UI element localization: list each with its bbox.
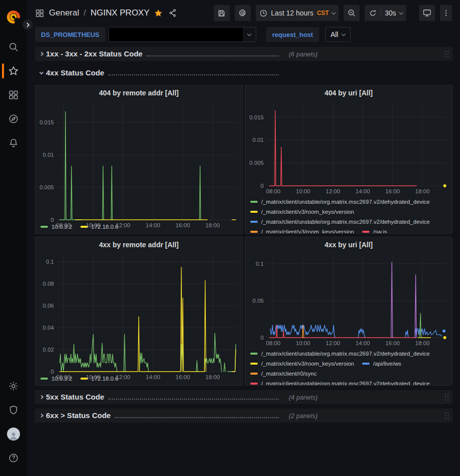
svg-text:10:00: 10:00 [296, 340, 310, 346]
alerting-bell-icon [8, 137, 19, 148]
panel-title[interactable]: 4xx by remote addr [All] [35, 237, 242, 252]
legend-item[interactable]: /_matrix/client/v3/room_keys/version [250, 227, 354, 234]
variable-request-host-select[interactable]: All [325, 27, 351, 42]
dashboard-title[interactable]: NGINX PROXY [90, 8, 149, 18]
svg-text:12:00: 12:00 [116, 374, 130, 380]
share-icon[interactable] [168, 8, 177, 17]
variable-ds-prometheus-label[interactable]: DS_PROMETHEUS [35, 27, 105, 42]
svg-text:16:00: 16:00 [386, 188, 400, 194]
svg-text:0.05: 0.05 [253, 298, 264, 304]
svg-text:0: 0 [51, 369, 54, 375]
svg-text:18:00: 18:00 [415, 188, 430, 194]
row-title: 6xx > Status Code [46, 411, 111, 420]
admin-shield-icon [8, 405, 19, 416]
refresh-button[interactable] [365, 5, 381, 21]
svg-text:0.01: 0.01 [253, 137, 264, 143]
favorite-star-icon[interactable] [154, 8, 163, 17]
sidebar-item-alerting[interactable] [0, 132, 27, 154]
legend-item[interactable]: /_matrix/client/v3/room_keys/version [250, 359, 354, 368]
legend-swatch [250, 373, 258, 375]
dashboards-grid-icon [8, 89, 19, 100]
timeseries-chart[interactable]: 08:0010:0012:0014:0016:0018:0000.0050.01… [35, 100, 242, 221]
legend-label: /_matrix/client/unstable/org.matrix.msc2… [261, 199, 430, 205]
svg-text:08:00: 08:00 [266, 340, 281, 346]
sidebar-item-configuration[interactable] [0, 375, 27, 397]
top-navigation: General / NGINX PROXY Last 12 hours [27, 0, 460, 26]
legend-item[interactable]: /api/live/ws [362, 359, 401, 368]
svg-text:08:00: 08:00 [266, 188, 281, 194]
breadcrumb: General / NGINX PROXY [35, 8, 177, 18]
legend-item[interactable]: /_matrix/client/unstable/org.matrix.msc2… [250, 217, 430, 226]
variable-request-host-label[interactable]: request_host [266, 27, 319, 42]
search-icon [8, 41, 19, 52]
save-icon [217, 9, 226, 17]
row-drag-handle[interactable] [444, 50, 450, 58]
row-title: 4xx Status Code [46, 68, 104, 77]
dotted-leader [108, 399, 279, 400]
sidebar-item-dashboards[interactable] [0, 84, 27, 106]
svg-text:08:00: 08:00 [56, 374, 71, 380]
sidebar-item-profile[interactable] [0, 423, 27, 445]
sidebar-item-help[interactable] [0, 447, 27, 469]
timeseries-chart[interactable]: 08:0010:0012:0014:0016:0018:0000.0050.01… [245, 100, 452, 196]
sidebar-item-server-admin[interactable] [0, 399, 27, 421]
row-drag-handle[interactable] [444, 393, 450, 401]
timeseries-chart[interactable]: 08:0010:0012:0014:0016:0018:0000.050.1 [245, 252, 452, 348]
legend-label: /_matrix/client/v3/room_keys/version [261, 209, 354, 215]
legend-label: /sw.js [373, 229, 387, 234]
legend-swatch [250, 221, 258, 223]
svg-text:14:00: 14:00 [356, 340, 370, 346]
sidebar-item-starred[interactable] [0, 60, 27, 82]
tv-mode-button[interactable] [419, 5, 435, 21]
legend-swatch [250, 201, 258, 203]
panel-title[interactable]: 404 by remote addr [All] [35, 85, 242, 100]
explore-compass-icon [8, 113, 19, 124]
chevron-down-icon [39, 70, 43, 74]
refresh-icon [369, 9, 377, 17]
chevron-right-icon [39, 52, 43, 56]
grafana-logo-icon [6, 9, 21, 24]
svg-text:0.02: 0.02 [43, 347, 54, 353]
kebab-menu-button[interactable] [440, 5, 452, 21]
sidebar-item-explore[interactable] [0, 108, 27, 130]
time-range-picker[interactable]: Last 12 hours CST [256, 5, 339, 21]
svg-text:10:00: 10:00 [296, 188, 310, 194]
legend-item[interactable]: /_matrix/client/unstable/org.matrix.msc2… [250, 349, 430, 358]
breadcrumb-folder[interactable]: General [49, 8, 79, 18]
row-title: 5xx Status Code [46, 393, 104, 401]
expand-sidebar-button[interactable] [22, 19, 33, 30]
timeseries-chart[interactable]: 08:0010:0012:0014:0016:0018:0000.020.040… [35, 252, 242, 373]
legend-item[interactable]: /sw.js [362, 227, 387, 234]
row-drag-handle[interactable] [444, 412, 450, 420]
row-header-1xx-3xx-2xx[interactable]: 1xx - 3xx - 2xx Status Code (6 panels) [35, 47, 453, 61]
refresh-interval-dropdown[interactable]: 30s [381, 5, 406, 21]
legend-item[interactable]: /_matrix/client/unstable/org.matrix.msc2… [250, 379, 430, 386]
panel-title[interactable]: 404 by uri [All] [245, 85, 452, 100]
time-range-label: Last 12 hours [271, 9, 314, 17]
sidebar-item-search[interactable] [0, 36, 27, 58]
legend-swatch [250, 353, 258, 355]
legend-label: /_matrix/client/unstable/org.matrix.msc2… [261, 381, 430, 386]
svg-text:0.01: 0.01 [43, 152, 54, 158]
legend-swatch [362, 363, 370, 365]
dashboard-settings-button[interactable] [235, 5, 251, 21]
legend-item[interactable]: /_matrix/client/v3/room_keys/version [250, 207, 354, 216]
panel-title[interactable]: 4xx by uri [All] [245, 237, 452, 252]
svg-text:10:00: 10:00 [86, 222, 100, 228]
save-dashboard-button[interactable] [214, 5, 230, 21]
variable-ds-prometheus-select[interactable] [108, 27, 256, 42]
legend-item[interactable]: /_matrix/client/unstable/org.matrix.msc2… [250, 197, 430, 206]
zoom-out-button[interactable] [344, 5, 360, 21]
svg-text:12:00: 12:00 [326, 340, 340, 346]
svg-text:16:00: 16:00 [176, 374, 190, 380]
row-header-5xx[interactable]: 5xx Status Code (4 panels) [35, 390, 453, 404]
legend-label: /_matrix/client/v3/room_keys/version [261, 361, 354, 367]
legend-item[interactable]: /_matrix/client/r0/sync [250, 369, 317, 378]
dotted-leader [108, 74, 279, 75]
chevron-right-icon [39, 395, 43, 399]
chart-legend: /_matrix/client/unstable/org.matrix.msc2… [245, 348, 452, 386]
kebab-menu-icon [442, 8, 450, 17]
row-header-4xx[interactable]: 4xx Status Code [35, 66, 453, 80]
dashboard-variables-row: DS_PROMETHEUS request_host All [27, 26, 460, 46]
row-header-6xx[interactable]: 6xx > Status Code (2 panels) [35, 409, 453, 423]
